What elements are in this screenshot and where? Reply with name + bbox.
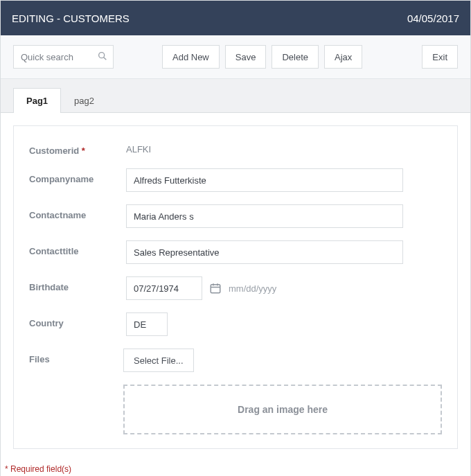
label-contactname: Contactname xyxy=(29,204,126,220)
svg-rect-2 xyxy=(211,285,220,293)
row-country: Country xyxy=(29,312,442,336)
row-companyname: Companyname xyxy=(29,168,442,192)
value-customerid: ALFKI xyxy=(126,140,442,155)
row-customerid: Customerid * ALFKI xyxy=(29,140,442,156)
save-button[interactable]: Save xyxy=(225,45,267,69)
delete-button[interactable]: Delete xyxy=(272,45,319,69)
toolbar: Add New Save Delete Ajax Exit xyxy=(1,35,470,79)
row-birthdate: Birthdate mm/dd/yyyy xyxy=(29,276,442,300)
label-companyname: Companyname xyxy=(29,168,126,184)
toolbar-center: Add New Save Delete Ajax xyxy=(162,45,362,69)
form-wrap: Customerid * ALFKI Companyname Contactna… xyxy=(1,113,470,461)
tab-pag1[interactable]: Pag1 xyxy=(13,88,61,113)
page-title: EDITING - CUSTOMERS xyxy=(12,12,130,24)
toolbar-right: Exit xyxy=(422,45,458,69)
tab-pag2[interactable]: pag2 xyxy=(61,88,107,113)
row-files: Files Select File... Drag an image here xyxy=(29,349,442,434)
search-input[interactable] xyxy=(13,45,114,69)
header-bar: EDITING - CUSTOMERS 04/05/2017 xyxy=(1,1,470,35)
form-box: Customerid * ALFKI Companyname Contactna… xyxy=(13,125,458,449)
header-date: 04/05/2017 xyxy=(407,12,459,24)
input-contacttitle[interactable] xyxy=(126,240,403,264)
row-contactname: Contactname xyxy=(29,204,442,228)
label-files: Files xyxy=(29,349,123,364)
label-contacttitle: Contacttitle xyxy=(29,240,126,256)
add-new-button[interactable]: Add New xyxy=(162,45,220,69)
required-marker: * xyxy=(82,146,85,156)
label-customerid-text: Customerid xyxy=(29,146,79,156)
label-birthdate: Birthdate xyxy=(29,276,126,292)
tabs-bar: Pag1 pag2 xyxy=(1,79,470,113)
label-country: Country xyxy=(29,312,126,328)
calendar-icon[interactable] xyxy=(209,282,222,294)
input-country[interactable] xyxy=(126,312,168,336)
label-customerid: Customerid * xyxy=(29,140,126,156)
input-birthdate[interactable] xyxy=(126,276,202,300)
exit-button[interactable]: Exit xyxy=(422,45,458,69)
birthdate-hint: mm/dd/yyyy xyxy=(229,283,276,294)
row-contacttitle: Contacttitle xyxy=(29,240,442,264)
select-file-button[interactable]: Select File... xyxy=(123,349,194,372)
app-frame: EDITING - CUSTOMERS 04/05/2017 Add New S… xyxy=(0,0,471,476)
required-note: * Required field(s) xyxy=(1,461,470,476)
input-companyname[interactable] xyxy=(126,168,403,192)
image-dropzone[interactable]: Drag an image here xyxy=(123,385,442,434)
ajax-button[interactable]: Ajax xyxy=(324,45,362,69)
search-box xyxy=(13,45,114,69)
input-contactname[interactable] xyxy=(126,204,403,228)
